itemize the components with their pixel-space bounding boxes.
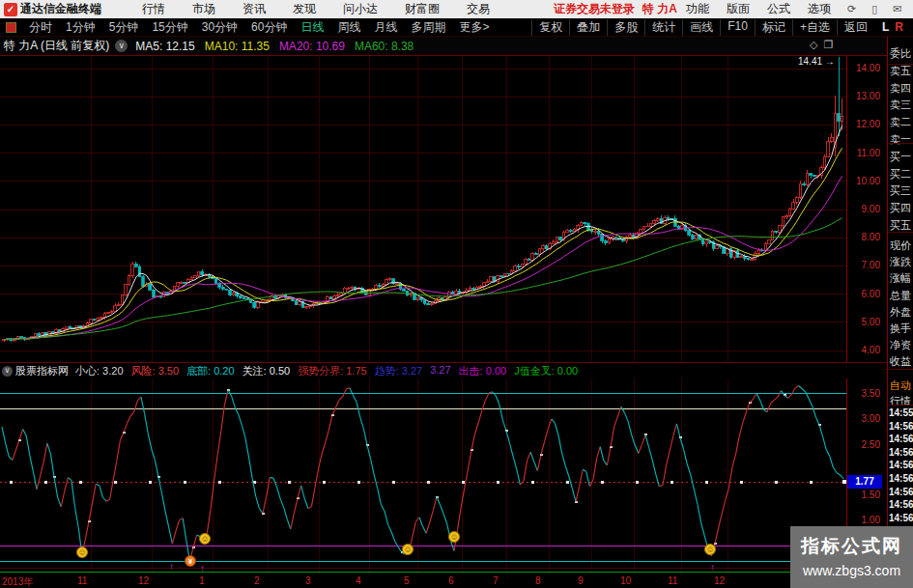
quote-info-label-0: 现价 xyxy=(890,238,911,253)
tick-time-0: 14:55 xyxy=(889,407,913,418)
indicator-axis-label-4: 1.00 xyxy=(846,515,883,525)
menu-item-2[interactable]: 资讯 xyxy=(243,1,266,17)
quote-info-label-6: 净资 xyxy=(890,338,911,352)
time-axis-label-0: 2013年 xyxy=(2,575,33,588)
toolbar-button-8[interactable]: 返回 xyxy=(837,19,874,36)
indicator-chart[interactable] xyxy=(0,378,887,574)
price-axis-label-0: 14.00 xyxy=(846,63,883,73)
tick-time-7: 14:56 xyxy=(889,499,913,510)
indicator-param-7: 出击: 0.00 xyxy=(459,364,507,378)
app-title: 通达信金融终端 xyxy=(20,1,101,17)
quote-info-label-1: 涨跌 xyxy=(890,255,911,269)
toolbar-button-3[interactable]: 统计 xyxy=(644,19,682,36)
menu-right-item-2[interactable]: 公式 xyxy=(767,1,790,17)
ma-labels: MA5: 12.15MA10: 11.35MA20: 10.69MA60: 8.… xyxy=(135,40,423,53)
tick-time-1: 14:56 xyxy=(889,421,913,432)
toolbar-button-6[interactable]: 标记 xyxy=(755,19,792,36)
orderbook-label-8: 买三 xyxy=(890,183,911,198)
period-tab-0[interactable]: 分时 xyxy=(29,19,52,36)
menu-item-3[interactable]: 发现 xyxy=(293,1,316,17)
period-tab-2[interactable]: 5分钟 xyxy=(109,19,139,36)
price-axis-label-1: 13.00 xyxy=(846,91,883,101)
tab-auto[interactable]: 自动 xyxy=(890,378,911,393)
chart-header: 特 力A (日线 前复权) ∨ MA5: 12.15MA10: 11.35MA2… xyxy=(0,37,913,56)
quote-info-label-7: 收益 xyxy=(890,354,911,369)
time-axis-label-6: 4 xyxy=(356,575,361,586)
alert-symbol: 特 力A xyxy=(642,1,677,17)
menu-item-6[interactable]: 交易 xyxy=(467,1,490,17)
period-tab-4[interactable]: 30分钟 xyxy=(202,19,238,36)
refresh-icon[interactable]: ⟳ xyxy=(847,3,856,15)
collapse-chevron-icon[interactable]: ∨ xyxy=(115,40,128,52)
tick-time-2: 14:56 xyxy=(889,434,913,444)
ma-label-2: MA20: 10.69 xyxy=(279,40,345,53)
time-axis-label-5: 3 xyxy=(305,575,311,586)
sidebar-divider-3 xyxy=(888,369,913,370)
grid-view-icon[interactable] xyxy=(6,22,16,33)
orderbook-label-7: 买二 xyxy=(890,167,911,182)
tab-level1[interactable]: L xyxy=(882,20,889,34)
time-axis-label-14: 12 xyxy=(714,575,725,586)
tick-time-4: 14:56 xyxy=(889,460,913,470)
tick-time-6: 14:56 xyxy=(889,487,913,497)
toolbar-button-7[interactable]: +自选 xyxy=(792,19,837,36)
menubar-right: 功能版面公式选项 ⟳ ▯ ✉ 游客 xyxy=(677,1,913,17)
indicator-param-6: 3.27 xyxy=(430,364,450,378)
menu-item-0[interactable]: 行情 xyxy=(142,1,165,17)
indicator-param-4: 强势分界: 1.75 xyxy=(298,364,367,378)
price-axis-label-7: 7.00 xyxy=(846,260,883,270)
watermark-title: 指标公式网 xyxy=(790,534,913,559)
time-axis-label-11: 9 xyxy=(578,575,584,586)
toolbar-button-1[interactable]: 叠加 xyxy=(569,19,607,36)
time-axis-label-12: 10 xyxy=(620,575,631,586)
menu-items: 行情市场资讯发现问小达财富圈交易 xyxy=(128,1,503,17)
time-axis: 2013年1112123456789101112 xyxy=(0,574,887,588)
menu-right-item-0[interactable]: 功能 xyxy=(686,1,709,17)
period-tab-3[interactable]: 15分钟 xyxy=(152,19,187,36)
indicator-axis-label-0: 3.50 xyxy=(846,388,883,399)
indicator-axis-label-1: 3.00 xyxy=(846,413,883,424)
period-tab-1[interactable]: 1分钟 xyxy=(66,19,96,36)
menu-item-4[interactable]: 问小达 xyxy=(343,1,378,17)
toolbar-button-4[interactable]: 画线 xyxy=(682,19,720,36)
price-axis-label-9: 5.00 xyxy=(846,317,883,327)
mail-icon[interactable]: ✉ xyxy=(893,3,901,15)
watermark-url: www.zbgs3.com xyxy=(790,563,913,578)
price-axis-label-4: 10.00 xyxy=(846,176,883,186)
price-axis-label-5: 9.00 xyxy=(846,204,883,214)
quote-sidebar: 委比卖五卖四卖三卖二卖一买一买二买三买四买五现价涨跌涨幅总量外盘换手净资收益自动… xyxy=(887,37,913,588)
symbol-title: 特 力A (日线 前复权) xyxy=(4,38,109,54)
chart-area[interactable]: ∨ 股票指标网 小心: 3.20风险: 3.50底部: 0.20关注: 0.50… xyxy=(0,56,887,588)
toolbar-button-2[interactable]: 多股 xyxy=(607,19,644,36)
indicator-chevron-icon[interactable]: ∨ xyxy=(2,366,13,377)
tdx-terminal-window: ✓ 通达信金融终端 行情市场资讯发现问小达财富圈交易 证券交易未登录 特 力A … xyxy=(0,0,913,588)
period-tab-7[interactable]: 周线 xyxy=(337,19,360,36)
period-tab-8[interactable]: 月线 xyxy=(374,19,397,36)
toolbar-button-0[interactable]: 复权 xyxy=(531,19,569,36)
period-tab-6[interactable]: 日线 xyxy=(300,19,324,36)
diamond-icon[interactable]: ◇ xyxy=(810,39,823,50)
tab-level2[interactable]: R xyxy=(895,20,903,34)
main-candlestick-chart[interactable] xyxy=(0,56,887,363)
tick-time-8: 14:56 xyxy=(889,513,913,523)
toolbar-button-5[interactable]: F10 xyxy=(720,19,755,36)
quote-info-label-4: 外盘 xyxy=(890,305,911,320)
indicator-param-1: 风险: 3.50 xyxy=(131,364,180,378)
period-tab-9[interactable]: 多周期 xyxy=(411,19,445,36)
price-axis-label-8: 6.00 xyxy=(846,289,883,299)
time-axis-label-1: 11 xyxy=(77,575,87,586)
trade-login-alert: 证券交易未登录 xyxy=(554,1,635,17)
mobile-icon[interactable]: ▯ xyxy=(871,3,877,15)
menu-right-item-3[interactable]: 选项 xyxy=(808,1,831,17)
menu-item-5[interactable]: 财富圈 xyxy=(405,1,440,17)
period-tab-5[interactable]: 60分钟 xyxy=(251,19,287,36)
menu-item-1[interactable]: 市场 xyxy=(192,1,215,17)
page-icon[interactable]: ❐ xyxy=(823,39,839,50)
buy-arrow-icon-0: ↑ xyxy=(169,562,174,572)
menu-right-item-1[interactable]: 版面 xyxy=(727,1,750,17)
smiley-signal-icon-3: ☺ xyxy=(448,531,460,543)
quote-info-label-5: 换手 xyxy=(890,322,911,336)
time-axis-label-7: 5 xyxy=(404,575,410,586)
tab-quote[interactable]: 行情 xyxy=(890,394,911,408)
period-tab-10[interactable]: 更多> xyxy=(459,19,489,36)
